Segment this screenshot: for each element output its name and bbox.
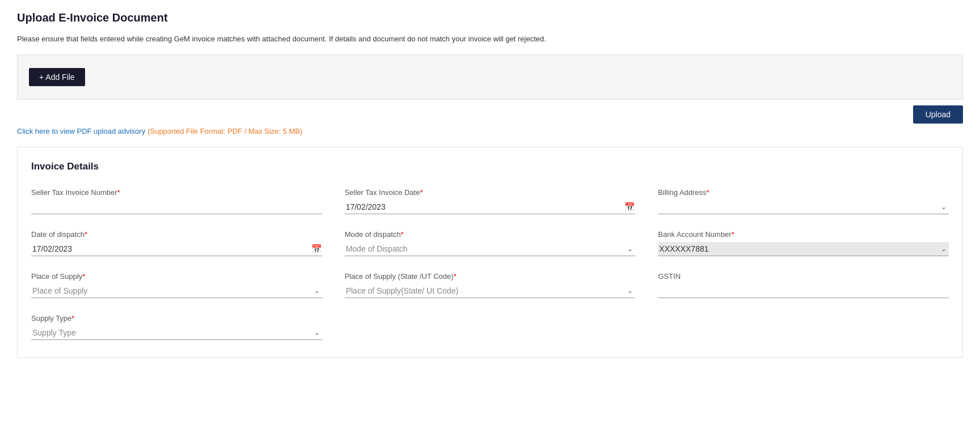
seller-tax-invoice-date-input[interactable]	[345, 200, 625, 214]
required-star: *	[732, 230, 734, 239]
supply-type-select[interactable]: Supply Type	[31, 326, 322, 339]
mode-of-dispatch-select[interactable]: Mode of Dispatch	[345, 242, 636, 256]
place-of-supply-select-wrapper: Place of Supply ⌄	[31, 284, 322, 298]
date-of-dispatch-input[interactable]	[31, 242, 311, 256]
place-of-supply-label: Place of Supply*	[31, 272, 322, 281]
billing-address-group: Billing Address* ⌄	[658, 188, 949, 214]
required-star: *	[454, 272, 457, 281]
billing-address-select[interactable]	[658, 200, 949, 214]
billing-address-select-wrapper: ⌄	[658, 200, 949, 214]
upload-area: + Add File	[17, 54, 963, 100]
warning-text: Please ensure that fields entered while …	[17, 35, 963, 43]
place-of-supply-state-select-wrapper: Place of Supply(State/ Ut Code) ⌄	[345, 284, 636, 298]
calendar-icon[interactable]: 📅	[311, 244, 322, 254]
required-star: *	[401, 230, 404, 239]
supply-type-select-wrapper: Supply Type ⌄	[31, 326, 322, 340]
supply-type-label: Supply Type*	[31, 314, 322, 322]
page-title: Upload E-Invoice Document	[17, 11, 963, 24]
advisory-row: Click here to view PDF upload advisory (…	[17, 127, 963, 135]
seller-tax-invoice-number-input[interactable]	[31, 200, 322, 214]
gstin-input[interactable]	[658, 284, 949, 298]
empty-col-1	[345, 314, 636, 340]
required-star: *	[71, 314, 74, 322]
upload-actions-row: Upload	[17, 105, 963, 124]
upload-button[interactable]: Upload	[913, 105, 963, 124]
seller-tax-invoice-date-input-wrapper: 📅	[345, 200, 636, 214]
invoice-section: Invoice Details Seller Tax Invoice Numbe…	[17, 147, 963, 358]
form-row-3: Place of Supply* Place of Supply ⌄ Place…	[31, 272, 949, 298]
bank-account-number-group: Bank Account Number* XXXXXX7881 ⌄	[658, 230, 949, 256]
mode-of-dispatch-label: Mode of dispatch*	[345, 230, 636, 239]
required-star: *	[707, 188, 709, 197]
add-file-button[interactable]: + Add File	[29, 68, 85, 86]
seller-tax-invoice-date-group: Seller Tax Invoice Date* 📅	[345, 188, 636, 214]
form-row-4: Supply Type* Supply Type ⌄	[31, 314, 949, 340]
mode-of-dispatch-select-wrapper: Mode of Dispatch ⌄	[345, 242, 636, 256]
place-of-supply-select[interactable]: Place of Supply	[31, 284, 322, 298]
required-star: *	[85, 230, 87, 239]
invoice-section-title: Invoice Details	[31, 161, 949, 172]
billing-address-label: Billing Address*	[658, 188, 949, 197]
bank-account-select-wrapper: XXXXXX7881 ⌄	[658, 242, 949, 256]
bank-account-select[interactable]: XXXXXX7881	[658, 242, 949, 256]
seller-tax-invoice-number-group: Seller Tax Invoice Number*	[31, 188, 322, 214]
form-row-1: Seller Tax Invoice Number* Seller Tax In…	[31, 188, 949, 214]
advisory-link[interactable]: Click here to view PDF upload advisory	[17, 127, 145, 135]
required-star: *	[82, 272, 85, 281]
place-of-supply-state-label: Place of Supply (State /UT Code)*	[345, 272, 636, 281]
seller-tax-invoice-date-label: Seller Tax Invoice Date*	[345, 188, 636, 197]
required-star: *	[420, 188, 423, 197]
empty-col-2	[658, 314, 949, 340]
place-of-supply-state-select[interactable]: Place of Supply(State/ Ut Code)	[345, 284, 636, 298]
seller-tax-invoice-number-label: Seller Tax Invoice Number*	[31, 188, 322, 197]
mode-of-dispatch-group: Mode of dispatch* Mode of Dispatch ⌄	[345, 230, 636, 256]
supply-type-group: Supply Type* Supply Type ⌄	[31, 314, 322, 340]
gstin-label: GSTIN	[658, 272, 949, 281]
advisory-note: (Supported File Format: PDF / Max Size: …	[147, 127, 302, 135]
date-of-dispatch-label: Date of dispatch*	[31, 230, 322, 239]
required-star: *	[117, 188, 120, 197]
bank-account-number-label: Bank Account Number*	[658, 230, 949, 239]
form-row-2: Date of dispatch* 📅 Mode of dispatch* Mo…	[31, 230, 949, 256]
date-of-dispatch-input-wrapper: 📅	[31, 242, 322, 256]
calendar-icon[interactable]: 📅	[624, 202, 635, 212]
gstin-group: GSTIN	[658, 272, 949, 298]
date-of-dispatch-group: Date of dispatch* 📅	[31, 230, 322, 256]
place-of-supply-group: Place of Supply* Place of Supply ⌄	[31, 272, 322, 298]
place-of-supply-state-group: Place of Supply (State /UT Code)* Place …	[345, 272, 636, 298]
